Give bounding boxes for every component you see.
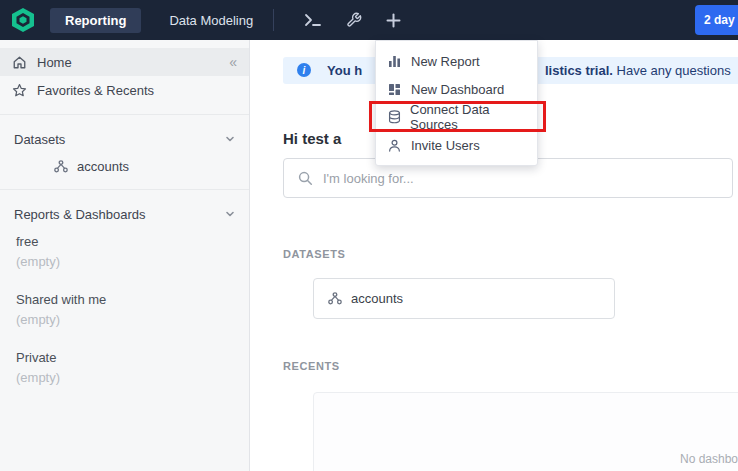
banner-text-end: listics trial. Have any questions [545,63,731,78]
group-label[interactable]: Shared with me [16,290,249,310]
dataset-card-label: accounts [351,291,403,306]
menu-item-new-dashboard[interactable]: New Dashboard [376,75,537,103]
bar-chart-icon [388,55,402,68]
section-label: Datasets [14,132,65,147]
search-input[interactable] [323,171,718,186]
reporting-button[interactable]: Reporting [50,8,141,33]
menu-item-label: Connect Data Sources [410,102,525,132]
sidebar-item-home[interactable]: Home « [0,48,249,76]
report-group-shared: Shared with me (empty) [16,290,249,330]
menu-item-label: New Report [411,54,480,69]
group-label[interactable]: free [16,232,249,252]
report-group-private: Private (empty) [16,348,249,388]
greeting-heading: Hi test a [283,130,341,147]
user-icon [388,139,402,152]
collapse-sidebar-icon[interactable]: « [229,54,237,70]
trial-button[interactable]: 2 day [695,5,738,35]
menu-item-invite-users[interactable]: Invite Users [376,131,537,159]
console-icon[interactable] [304,12,322,28]
banner-text-start: You h [327,63,362,78]
group-status: (empty) [16,368,249,388]
search-icon [298,171,313,186]
sidebar-section-reports[interactable]: Reports & Dashboards [0,200,249,228]
database-icon [388,110,401,124]
menu-item-label: Invite Users [411,138,480,153]
sidebar: Home « Favorites & Recents Datasets acco… [0,40,250,471]
datasets-section-label: DATASETS [283,248,345,260]
section-label: Reports & Dashboards [14,207,146,222]
recents-empty-text: No dashboard [680,452,738,466]
dataset-icon [328,292,342,305]
sidebar-item-accounts-dataset[interactable]: accounts [0,153,249,179]
banner-text-question: Have any questions [613,63,731,78]
chevron-down-icon [225,134,235,144]
report-group-free: free (empty) [16,232,249,272]
app-logo-icon[interactable] [10,7,36,33]
dataset-card-accounts[interactable]: accounts [313,278,615,319]
topbar-divider [273,9,274,31]
sidebar-item-label: Favorites & Recents [37,83,154,98]
chevron-down-icon [225,209,235,219]
dashboard-icon [388,83,402,96]
banner-text-bold: listics trial. [545,63,613,78]
sidebar-item-label: Home [37,55,72,70]
sidebar-divider [0,114,249,115]
menu-item-new-report[interactable]: New Report [376,47,537,75]
data-modeling-link[interactable]: Data Modeling [169,13,253,28]
sidebar-item-label: accounts [77,159,129,174]
create-menu-dropdown: New Report New Dashboard Connect Data So… [375,40,538,166]
info-icon: i [297,63,311,77]
group-status: (empty) [16,252,249,272]
plus-icon[interactable] [386,13,401,28]
group-status: (empty) [16,310,249,330]
menu-item-connect-data-sources[interactable]: Connect Data Sources [376,103,537,131]
wrench-icon[interactable] [346,12,362,28]
sidebar-item-favorites[interactable]: Favorites & Recents [0,76,249,104]
menu-item-label: New Dashboard [411,82,504,97]
group-label[interactable]: Private [16,348,249,368]
dataset-icon [54,160,69,173]
home-icon [12,55,27,70]
sidebar-section-datasets[interactable]: Datasets [0,125,249,153]
recents-section-label: RECENTS [283,360,340,372]
topbar: Reporting Data Modeling 2 day [0,0,738,40]
star-icon [12,83,27,98]
recents-panel [313,392,738,471]
sidebar-divider [0,189,249,190]
